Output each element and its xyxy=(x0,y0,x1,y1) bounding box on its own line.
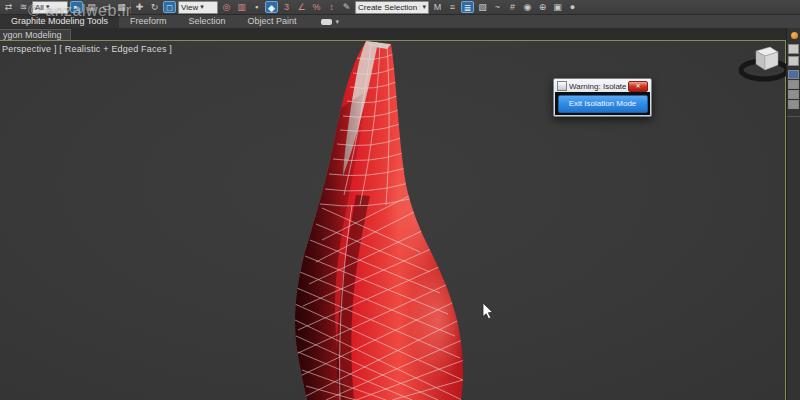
chevron-down-icon: ▾ xyxy=(422,3,426,11)
command-panel-field xyxy=(788,56,799,66)
ribbon-tab-graphite-modeling-tools[interactable]: Graphite Modeling Tools xyxy=(0,15,119,28)
render-production-icon[interactable]: ● xyxy=(566,1,579,13)
select-and-link-icon[interactable]: ⇄ xyxy=(2,1,15,13)
viewport-label[interactable]: Perspective ] [ Realistic + Edged Faces … xyxy=(2,44,172,54)
modifier-stack-row xyxy=(788,80,799,89)
selection-filter-dropdown[interactable]: All ▾ xyxy=(32,1,68,14)
snaps-toggle-icon[interactable]: ◆ xyxy=(265,1,278,13)
3ds-max-window: ⇄ ≋ All ▾ ↖ ▤ ▭ ▦ ✚ ↻ □ View ▾ ◎ ▥ ▪ ◆ 3… xyxy=(0,0,800,400)
select-and-scale-icon[interactable]: □ xyxy=(163,1,176,13)
curve-editor-icon[interactable]: ~ xyxy=(491,1,504,13)
ribbon-tab-object-paint[interactable]: Object Paint xyxy=(236,15,307,28)
bind-to-space-warp-icon[interactable]: ≋ xyxy=(17,1,30,13)
render-setup-icon[interactable]: ⊕ xyxy=(536,1,549,13)
select-and-manipulate-icon[interactable]: ▥ xyxy=(235,1,248,13)
chevron-down-icon: ▾ xyxy=(335,18,339,26)
select-and-rotate-icon[interactable]: ↻ xyxy=(148,1,161,13)
graphite-ribbon-toggle-icon[interactable]: ▧ xyxy=(476,1,489,13)
ribbon-minimize-icon xyxy=(321,19,332,25)
window-crossing-icon[interactable]: ▦ xyxy=(115,1,128,13)
modifier-stack-row xyxy=(788,100,799,109)
dialog-body: Exit Isolation Mode xyxy=(555,92,650,115)
schematic-view-icon[interactable]: # xyxy=(506,1,519,13)
ribbon-minimize-toggle[interactable]: ▾ xyxy=(321,18,339,26)
dialog-title: Warning: Isolated Sele... xyxy=(569,82,626,91)
coord-system-dropdown[interactable]: View ▾ xyxy=(178,1,218,14)
keyboard-override-icon[interactable]: ▪ xyxy=(250,1,263,13)
modifier-stack-selected-row xyxy=(788,70,799,79)
edit-named-selection-sets-icon[interactable]: ✎ xyxy=(340,1,353,13)
ribbon-panel-row: ygon Modeling xyxy=(0,28,800,40)
toolbar-separator xyxy=(130,2,131,13)
close-icon[interactable]: ✕ xyxy=(628,81,648,92)
ribbon-tab-selection[interactable]: Selection xyxy=(177,15,236,28)
ribbon-tab-freeform[interactable]: Freeform xyxy=(119,15,178,28)
named-selection-set-dropdown[interactable]: Create Selection Se ▾ xyxy=(355,1,429,14)
dialog-app-icon xyxy=(557,81,567,91)
exit-isolation-mode-button[interactable]: Exit Isolation Mode xyxy=(558,95,648,113)
modifier-stack-row xyxy=(788,90,799,99)
angle-snap-icon[interactable]: ∠ xyxy=(295,1,308,13)
viewcube-navigation[interactable] xyxy=(738,42,790,86)
spinner-snap-icon[interactable]: ↕ xyxy=(325,1,338,13)
named-selection-set-value: Create Selection Se xyxy=(358,3,420,12)
selection-filter-value: All xyxy=(35,3,44,12)
command-panel-field xyxy=(788,44,799,54)
perspective-viewport[interactable]: Perspective ] [ Realistic + Edged Faces … xyxy=(0,40,787,400)
align-icon[interactable]: ≡ xyxy=(446,1,459,13)
chevron-down-icon: ▾ xyxy=(46,3,50,11)
ribbon-tab-bar: Graphite Modeling Tools Freeform Selecti… xyxy=(0,15,800,28)
rendered-frame-icon[interactable]: ▣ xyxy=(551,1,564,13)
snaps-3d-icon[interactable]: 3 xyxy=(280,1,293,13)
layer-manager-icon[interactable]: ≣ xyxy=(461,1,474,13)
isolation-warning-dialog: Warning: Isolated Sele... ✕ Exit Isolati… xyxy=(553,78,652,117)
viewcube-cube[interactable] xyxy=(756,47,778,70)
command-panel-icon xyxy=(791,32,798,39)
command-panel-sliver[interactable] xyxy=(786,28,800,400)
percent-snap-icon[interactable]: % xyxy=(310,1,323,13)
select-object-icon[interactable]: ↖ xyxy=(70,1,83,13)
mirror-icon[interactable]: M xyxy=(431,1,444,13)
command-panel-divider xyxy=(787,116,800,117)
select-by-name-icon[interactable]: ▤ xyxy=(85,1,98,13)
select-and-move-icon[interactable]: ✚ xyxy=(133,1,146,13)
use-pivot-center-icon[interactable]: ◎ xyxy=(220,1,233,13)
material-editor-icon[interactable]: ◉ xyxy=(521,1,534,13)
main-toolbar: ⇄ ≋ All ▾ ↖ ▤ ▭ ▦ ✚ ↻ □ View ▾ ◎ ▥ ▪ ◆ 3… xyxy=(0,0,800,15)
selection-region-icon[interactable]: ▭ xyxy=(100,1,113,13)
chevron-down-icon: ▾ xyxy=(200,3,204,11)
coord-system-value: View xyxy=(181,3,198,12)
dialog-title-bar[interactable]: Warning: Isolated Sele... ✕ xyxy=(555,80,650,92)
